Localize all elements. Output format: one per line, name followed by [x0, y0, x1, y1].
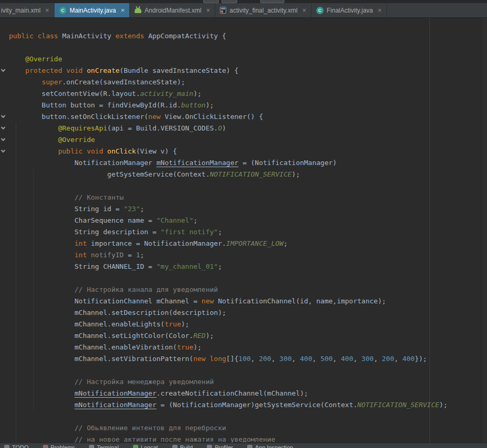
- close-tab-icon[interactable]: ×: [302, 7, 306, 14]
- code-line[interactable]: mNotificationManager.createNotificationC…: [9, 388, 487, 399]
- code-token: [87, 251, 91, 259]
- code-line[interactable]: super.onCreate(savedInstanceState);: [9, 77, 487, 88]
- code-line[interactable]: @RequiresApi(api = Build.VERSION_CODES.O…: [9, 123, 487, 134]
- code-line[interactable]: String CHANNEL_ID = "my_channel_01";: [9, 261, 487, 272]
- code-line[interactable]: mChannel.setDescription(description);: [9, 307, 487, 319]
- code-line[interactable]: mChannel.enableVibration(true);: [9, 342, 487, 353]
- toolwindow-button-app-inspection[interactable]: App Inspection: [247, 444, 293, 448]
- fold-arrow-icon[interactable]: [1, 114, 5, 118]
- code-line[interactable]: mNotificationManager = (NotificationMana…: [9, 399, 487, 411]
- code-token: (View v) {: [136, 147, 177, 155]
- tab-label: activity_final_activity.xml: [229, 7, 297, 14]
- logcat-icon: [133, 445, 138, 448]
- toolwindow-button-logcat[interactable]: Logcat: [133, 444, 158, 448]
- code-token: "23": [124, 205, 140, 213]
- code-line[interactable]: String description = "first notify";: [9, 226, 487, 238]
- tab-androidmanifest-xml[interactable]: AndroidManifest.xml×: [130, 3, 215, 17]
- tab-finalactivity-java[interactable]: CFinalActivity.java×: [312, 3, 387, 17]
- code-line[interactable]: // Константы: [9, 192, 487, 203]
- code-line[interactable]: mChannel.setLightColor(Color.RED);: [9, 330, 487, 342]
- fold-arrow-icon[interactable]: [1, 68, 5, 72]
- code-token: void: [87, 147, 103, 155]
- code-token: "Channel": [157, 216, 193, 224]
- toolbar-button-partial[interactable]: [203, 0, 219, 3]
- code-token: @Override: [58, 136, 95, 144]
- code-token: 300: [280, 355, 292, 363]
- code-token: ,: [312, 355, 320, 363]
- code-line[interactable]: NotificationChannel mChannel = new Notif…: [9, 296, 487, 307]
- toolwindow-button-todo[interactable]: TODO: [4, 444, 29, 448]
- code-line[interactable]: getSystemService(Context.NOTIFICATION_SE…: [9, 169, 487, 180]
- code-line[interactable]: CharSequence name = "Channel";: [9, 215, 487, 226]
- code-line[interactable]: [9, 272, 487, 284]
- code-token: 100: [238, 355, 250, 363]
- code-token: // Настройка менеджера уведомлений: [74, 378, 214, 386]
- tab-ivity-main-xml[interactable]: ivity_main.xml×: [0, 3, 54, 17]
- close-tab-icon[interactable]: ×: [120, 7, 125, 14]
- code-line[interactable]: mChannel.setVibrationPattern(new long[]{…: [9, 353, 487, 365]
- fold-arrow-icon[interactable]: [1, 137, 5, 141]
- terminal-icon: [89, 445, 94, 448]
- code-token: // Константы: [74, 193, 124, 201]
- toolwindow-button-terminal[interactable]: Terminal: [89, 444, 119, 448]
- code-line[interactable]: @Override: [9, 134, 487, 146]
- fold-arrow-icon[interactable]: [1, 125, 5, 129]
- code-line[interactable]: // Настройка менеджера уведомлений: [9, 376, 487, 388]
- code-line[interactable]: button.setOnClickListener(new View.OnCli…: [9, 111, 487, 123]
- code-token: int: [74, 239, 86, 247]
- code-line[interactable]: int importance = NotificationManager.IMP…: [9, 238, 487, 249]
- editor-pane[interactable]: public class MainActivity extends AppCom…: [0, 18, 487, 443]
- code-line[interactable]: String id = "23";: [9, 203, 487, 215]
- code-line[interactable]: // Обьявление интентов для переброски: [9, 422, 487, 434]
- toolwindow-button-problems[interactable]: Problems: [43, 444, 75, 448]
- toolbar-button-partial[interactable]: [222, 0, 237, 3]
- code-token: // Обьявление интентов для переброски: [74, 424, 226, 432]
- fold-arrow-icon[interactable]: [1, 148, 5, 152]
- code-line[interactable]: [9, 365, 487, 376]
- toolwindow-button-profiler[interactable]: Profiler: [207, 444, 233, 448]
- tab-mainactivity-java[interactable]: CMainActivity.java×: [54, 3, 130, 17]
- toolbar-button-partial[interactable]: [260, 0, 284, 3]
- close-tab-icon[interactable]: ×: [206, 7, 211, 14]
- tab-activity-final-activity-xml[interactable]: activity_final_activity.xml×: [215, 3, 311, 17]
- code-token: [9, 239, 74, 247]
- code-token: ;: [193, 216, 197, 224]
- code-token: Button button = findViewById(R.id.: [9, 101, 181, 109]
- code-line[interactable]: @Override: [9, 53, 487, 65]
- code-line[interactable]: public class MainActivity extends AppCom…: [9, 30, 487, 42]
- code-token: [9, 147, 58, 155]
- code-token: ): [222, 124, 226, 132]
- code-token: AppCompatActivity {: [144, 32, 226, 40]
- code-line[interactable]: int notifyID = 1;: [9, 249, 487, 261]
- toolwindow-button-build[interactable]: Build: [172, 444, 193, 448]
- bottom-toolwindow-bar: TODOProblemsTerminalLogcatBuildProfilerA…: [0, 443, 487, 448]
- code-token: .createNotificationChannel(mChannel);: [157, 389, 308, 397]
- code-line[interactable]: // Настройка канала для уведомлений: [9, 284, 487, 296]
- code-line[interactable]: [9, 411, 487, 422]
- code-line[interactable]: [9, 42, 487, 53]
- code-line[interactable]: [9, 180, 487, 192]
- code-token: ;: [218, 228, 222, 236]
- code-token: String id =: [9, 205, 124, 213]
- java-class-icon: C: [316, 7, 324, 14]
- code-line[interactable]: // на новое активити после нажатия на ув…: [9, 434, 487, 443]
- code-line[interactable]: public void onClick(View v) {: [9, 146, 487, 157]
- code-token: [9, 136, 58, 144]
- code-line[interactable]: protected void onCreate(Bundle savedInst…: [9, 65, 487, 77]
- tab-label: MainActivity.java: [70, 7, 116, 14]
- code-token: long: [210, 355, 226, 363]
- code-line[interactable]: setContentView(R.layout.activity_main);: [9, 88, 487, 100]
- code-token: new: [148, 113, 160, 121]
- java-class-icon: C: [59, 7, 67, 14]
- code-token: 400: [341, 355, 353, 363]
- code-token: ,: [333, 355, 341, 363]
- close-tab-icon[interactable]: ×: [378, 7, 382, 14]
- code-token: ,: [394, 355, 403, 363]
- code-area[interactable]: public class MainActivity extends AppCom…: [9, 30, 487, 443]
- editor-scrollbar[interactable]: [482, 18, 487, 443]
- code-line[interactable]: Button button = findViewById(R.id.button…: [9, 100, 487, 111]
- close-tab-icon[interactable]: ×: [45, 7, 49, 14]
- code-line[interactable]: NotificationManager mNotificationManager…: [9, 157, 487, 169]
- code-line[interactable]: mChannel.enableLights(true);: [9, 319, 487, 330]
- code-token: [9, 401, 74, 409]
